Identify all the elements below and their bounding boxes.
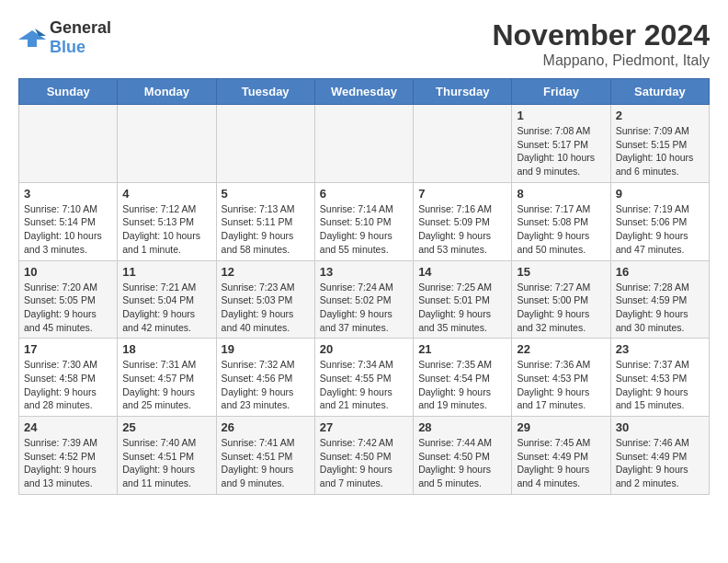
day-info: Sunrise: 7:24 AM Sunset: 5:02 PM Dayligh… <box>320 281 408 335</box>
calendar-cell <box>118 105 216 183</box>
day-info: Sunrise: 7:34 AM Sunset: 4:55 PM Dayligh… <box>320 358 408 412</box>
day-info: Sunrise: 7:44 AM Sunset: 4:50 PM Dayligh… <box>418 436 506 490</box>
calendar-cell: 19Sunrise: 7:32 AM Sunset: 4:56 PM Dayli… <box>216 339 314 417</box>
calendar-cell: 20Sunrise: 7:34 AM Sunset: 4:55 PM Dayli… <box>314 339 413 417</box>
weekday-header-sunday: Sunday <box>19 79 118 105</box>
day-number: 23 <box>616 342 704 356</box>
day-info: Sunrise: 7:36 AM Sunset: 4:53 PM Dayligh… <box>517 358 605 412</box>
calendar-table: SundayMondayTuesdayWednesdayThursdayFrid… <box>18 78 710 495</box>
calendar-cell: 3Sunrise: 7:10 AM Sunset: 5:14 PM Daylig… <box>19 182 118 260</box>
day-number: 15 <box>517 265 605 279</box>
day-number: 27 <box>320 420 408 434</box>
logo-general: General <box>50 18 111 37</box>
calendar-cell: 8Sunrise: 7:17 AM Sunset: 5:08 PM Daylig… <box>512 182 610 260</box>
day-number: 2 <box>616 109 704 122</box>
calendar-cell: 12Sunrise: 7:23 AM Sunset: 5:03 PM Dayli… <box>216 260 314 339</box>
calendar-week-1: 1Sunrise: 7:08 AM Sunset: 5:17 PM Daylig… <box>19 105 710 183</box>
calendar-cell: 15Sunrise: 7:27 AM Sunset: 5:00 PM Dayli… <box>512 260 610 339</box>
calendar-cell: 25Sunrise: 7:40 AM Sunset: 4:51 PM Dayli… <box>118 417 216 495</box>
day-number: 4 <box>122 187 210 201</box>
day-number: 13 <box>320 265 408 279</box>
day-number: 28 <box>418 420 506 434</box>
calendar-cell: 14Sunrise: 7:25 AM Sunset: 5:01 PM Dayli… <box>414 260 512 339</box>
day-info: Sunrise: 7:30 AM Sunset: 4:58 PM Dayligh… <box>24 358 112 412</box>
calendar-week-3: 10Sunrise: 7:20 AM Sunset: 5:05 PM Dayli… <box>19 260 710 339</box>
logo: General Blue <box>18 18 111 57</box>
day-info: Sunrise: 7:20 AM Sunset: 5:05 PM Dayligh… <box>24 281 112 335</box>
day-number: 29 <box>517 420 605 434</box>
day-info: Sunrise: 7:25 AM Sunset: 5:01 PM Dayligh… <box>418 281 506 335</box>
calendar-week-4: 17Sunrise: 7:30 AM Sunset: 4:58 PM Dayli… <box>19 339 710 417</box>
day-info: Sunrise: 7:46 AM Sunset: 4:49 PM Dayligh… <box>616 436 704 490</box>
weekday-header-saturday: Saturday <box>610 79 709 105</box>
calendar-cell <box>314 105 413 183</box>
day-info: Sunrise: 7:31 AM Sunset: 4:57 PM Dayligh… <box>122 358 210 412</box>
day-number: 26 <box>222 420 310 434</box>
weekday-header-monday: Monday <box>118 79 216 105</box>
calendar-cell <box>216 105 314 183</box>
calendar-cell: 9Sunrise: 7:19 AM Sunset: 5:06 PM Daylig… <box>610 182 709 260</box>
day-info: Sunrise: 7:10 AM Sunset: 5:14 PM Dayligh… <box>24 202 112 257</box>
calendar-cell: 5Sunrise: 7:13 AM Sunset: 5:11 PM Daylig… <box>216 182 314 260</box>
logo-icon <box>18 27 46 49</box>
day-info: Sunrise: 7:12 AM Sunset: 5:13 PM Dayligh… <box>122 202 210 257</box>
day-number: 11 <box>122 265 210 279</box>
page-header: General Blue November 2024 Mappano, Pied… <box>18 18 710 69</box>
calendar-cell <box>414 105 512 183</box>
day-number: 1 <box>517 109 605 122</box>
calendar-header: SundayMondayTuesdayWednesdayThursdayFrid… <box>19 79 710 105</box>
calendar-body: 1Sunrise: 7:08 AM Sunset: 5:17 PM Daylig… <box>19 105 710 495</box>
day-info: Sunrise: 7:08 AM Sunset: 5:17 PM Dayligh… <box>517 124 605 178</box>
location-subtitle: Mappano, Piedmont, Italy <box>492 52 710 69</box>
day-number: 6 <box>320 187 408 201</box>
calendar-cell: 22Sunrise: 7:36 AM Sunset: 4:53 PM Dayli… <box>512 339 610 417</box>
day-number: 3 <box>24 187 112 201</box>
day-number: 7 <box>418 187 506 201</box>
day-number: 14 <box>418 265 506 279</box>
calendar-cell: 24Sunrise: 7:39 AM Sunset: 4:52 PM Dayli… <box>19 417 118 495</box>
weekday-header-row: SundayMondayTuesdayWednesdayThursdayFrid… <box>19 79 710 105</box>
day-info: Sunrise: 7:28 AM Sunset: 4:59 PM Dayligh… <box>616 281 704 335</box>
calendar-cell: 13Sunrise: 7:24 AM Sunset: 5:02 PM Dayli… <box>314 260 413 339</box>
day-number: 16 <box>616 265 704 279</box>
day-number: 10 <box>24 265 112 279</box>
day-info: Sunrise: 7:14 AM Sunset: 5:10 PM Dayligh… <box>320 202 408 257</box>
day-number: 5 <box>222 187 310 201</box>
day-number: 20 <box>320 342 408 356</box>
day-info: Sunrise: 7:16 AM Sunset: 5:09 PM Dayligh… <box>418 202 506 257</box>
calendar-cell: 11Sunrise: 7:21 AM Sunset: 5:04 PM Dayli… <box>118 260 216 339</box>
calendar-cell: 30Sunrise: 7:46 AM Sunset: 4:49 PM Dayli… <box>610 417 709 495</box>
day-number: 9 <box>616 187 704 201</box>
day-number: 12 <box>222 265 310 279</box>
calendar-cell: 28Sunrise: 7:44 AM Sunset: 4:50 PM Dayli… <box>414 417 512 495</box>
calendar-cell: 6Sunrise: 7:14 AM Sunset: 5:10 PM Daylig… <box>314 182 413 260</box>
day-info: Sunrise: 7:19 AM Sunset: 5:06 PM Dayligh… <box>616 202 704 257</box>
day-info: Sunrise: 7:13 AM Sunset: 5:11 PM Dayligh… <box>222 202 310 257</box>
svg-marker-0 <box>18 30 46 47</box>
day-number: 30 <box>616 420 704 434</box>
calendar-cell: 16Sunrise: 7:28 AM Sunset: 4:59 PM Dayli… <box>610 260 709 339</box>
day-number: 25 <box>122 420 210 434</box>
day-number: 22 <box>517 342 605 356</box>
day-info: Sunrise: 7:42 AM Sunset: 4:50 PM Dayligh… <box>320 436 408 490</box>
calendar-week-2: 3Sunrise: 7:10 AM Sunset: 5:14 PM Daylig… <box>19 182 710 260</box>
calendar-cell: 10Sunrise: 7:20 AM Sunset: 5:05 PM Dayli… <box>19 260 118 339</box>
day-info: Sunrise: 7:27 AM Sunset: 5:00 PM Dayligh… <box>517 281 605 335</box>
day-info: Sunrise: 7:09 AM Sunset: 5:15 PM Dayligh… <box>616 124 704 178</box>
calendar-cell: 4Sunrise: 7:12 AM Sunset: 5:13 PM Daylig… <box>118 182 216 260</box>
title-area: November 2024 Mappano, Piedmont, Italy <box>492 18 710 69</box>
weekday-header-tuesday: Tuesday <box>216 79 314 105</box>
calendar-cell: 29Sunrise: 7:45 AM Sunset: 4:49 PM Dayli… <box>512 417 610 495</box>
day-number: 18 <box>122 342 210 356</box>
weekday-header-thursday: Thursday <box>414 79 512 105</box>
calendar-cell: 18Sunrise: 7:31 AM Sunset: 4:57 PM Dayli… <box>118 339 216 417</box>
weekday-header-friday: Friday <box>512 79 610 105</box>
calendar-cell: 1Sunrise: 7:08 AM Sunset: 5:17 PM Daylig… <box>512 105 610 183</box>
calendar-cell: 7Sunrise: 7:16 AM Sunset: 5:09 PM Daylig… <box>414 182 512 260</box>
day-number: 24 <box>24 420 112 434</box>
day-info: Sunrise: 7:35 AM Sunset: 4:54 PM Dayligh… <box>418 358 506 412</box>
day-info: Sunrise: 7:41 AM Sunset: 4:51 PM Dayligh… <box>222 436 310 490</box>
calendar-cell: 26Sunrise: 7:41 AM Sunset: 4:51 PM Dayli… <box>216 417 314 495</box>
calendar-cell: 23Sunrise: 7:37 AM Sunset: 4:53 PM Dayli… <box>610 339 709 417</box>
day-info: Sunrise: 7:32 AM Sunset: 4:56 PM Dayligh… <box>222 358 310 412</box>
